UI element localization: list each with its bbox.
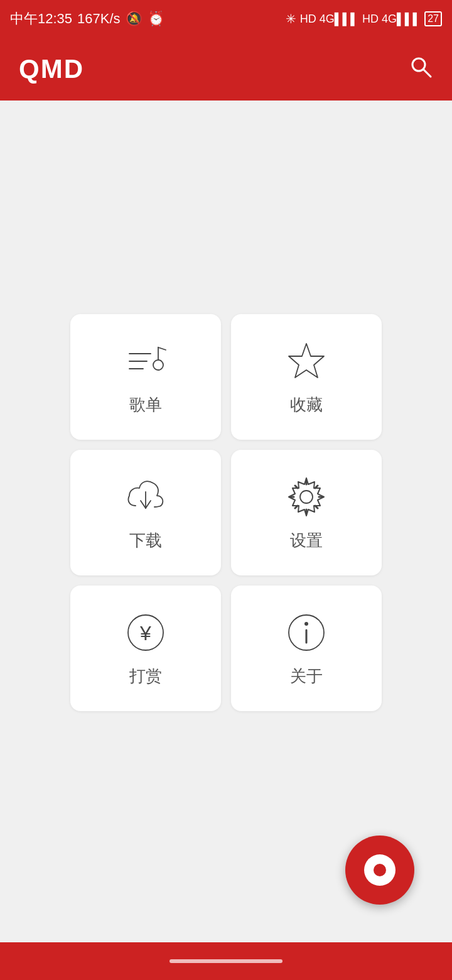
playlist-label: 歌单 bbox=[129, 394, 162, 416]
svg-line-1 bbox=[423, 69, 431, 77]
status-right: ✳ HD 4G▌▌▌ HD 4G▌▌▌ 27 bbox=[286, 11, 442, 26]
gear-icon bbox=[284, 474, 329, 520]
alarm-icon: ⏰ bbox=[148, 11, 164, 27]
status-bar: 中午12:35 167K/s 🔕 ⏰ ✳ HD 4G▌▌▌ HD 4G▌▌▌ 2… bbox=[0, 0, 452, 38]
music-list-icon bbox=[123, 339, 168, 384]
grid-item-favorites[interactable]: 收藏 bbox=[231, 314, 382, 440]
info-icon bbox=[284, 610, 329, 655]
battery-icon: 27 bbox=[424, 11, 442, 26]
app-header: QMD bbox=[0, 38, 452, 101]
star-icon bbox=[284, 339, 329, 384]
grid-item-playlist[interactable]: 歌单 bbox=[70, 314, 221, 440]
signal-right: HD 4G▌▌▌ bbox=[362, 13, 421, 26]
svg-point-5 bbox=[153, 360, 163, 370]
menu-grid: 歌单 收藏 下载 bbox=[8, 314, 444, 711]
bottom-indicator bbox=[170, 959, 282, 963]
signal-left: HD 4G▌▌▌ bbox=[300, 13, 358, 26]
yen-icon: ¥ bbox=[123, 610, 168, 655]
svg-point-15 bbox=[304, 622, 308, 626]
svg-line-7 bbox=[158, 347, 166, 350]
search-button[interactable] bbox=[408, 54, 433, 85]
grid-item-about[interactable]: 关于 bbox=[231, 585, 382, 711]
grid-item-settings[interactable]: 设置 bbox=[231, 450, 382, 575]
svg-point-10 bbox=[300, 491, 313, 503]
svg-marker-8 bbox=[289, 344, 324, 378]
grid-item-reward[interactable]: ¥ 打赏 bbox=[70, 585, 221, 711]
main-content: 歌单 收藏 下载 bbox=[0, 101, 452, 711]
cloud-download-icon bbox=[123, 474, 168, 520]
status-time: 中午12:35 bbox=[10, 9, 72, 28]
about-label: 关于 bbox=[290, 665, 323, 687]
status-network: 167K/s bbox=[77, 11, 121, 27]
play-fab[interactable] bbox=[345, 836, 414, 905]
bottom-bar bbox=[0, 942, 452, 980]
app-title: QMD bbox=[19, 54, 84, 84]
favorites-label: 收藏 bbox=[290, 394, 323, 416]
settings-label: 设置 bbox=[290, 530, 323, 552]
grid-item-download[interactable]: 下载 bbox=[70, 450, 221, 575]
svg-text:¥: ¥ bbox=[139, 622, 151, 645]
reward-label: 打赏 bbox=[129, 665, 162, 687]
bluetooth-icon: ✳ bbox=[286, 11, 296, 26]
status-left: 中午12:35 167K/s 🔕 ⏰ bbox=[10, 9, 164, 28]
mute-icon: 🔕 bbox=[126, 11, 143, 27]
download-label: 下载 bbox=[129, 530, 162, 552]
